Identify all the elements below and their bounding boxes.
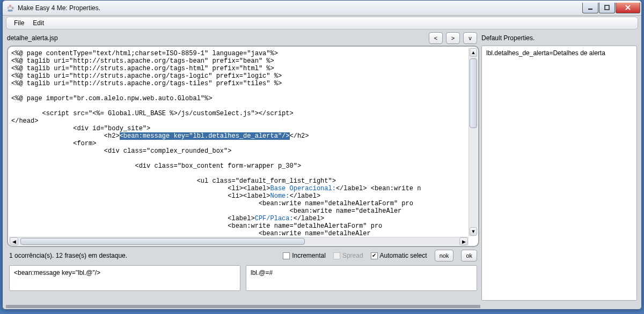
menu-file[interactable]: File [10,18,28,28]
window-title: Make Easy 4 Me: Properties. [18,4,100,12]
nav-dropdown-button[interactable]: v [463,32,477,44]
properties-panel[interactable]: lbl.detalhes_de_alerta=Detalhes de alert… [481,46,637,301]
file-header: detalhe_alerta.jsp < > v [7,31,479,46]
scroll-up-icon[interactable]: ▲ [470,48,477,57]
file-name-label: detalhe_alerta.jsp [7,34,58,42]
automatic-select-checkbox[interactable]: ✔ Automatic select [371,252,427,259]
incremental-checkbox[interactable]: Incremental [283,252,326,259]
ok-button[interactable]: ok [461,250,477,261]
highlighted-tag[interactable]: <bean:message key="lbl.detalhes_de_alert… [120,132,290,140]
code-viewer: <%@ page contentType="text/html;charset=… [7,46,479,247]
java-cup-icon [6,4,14,12]
v-scroll-thumb[interactable] [470,58,477,128]
status-text: 1 ocorrência(s). 12 frase(s) em destaque… [9,252,127,259]
checkbox-icon[interactable]: ✔ [371,252,378,259]
app-window: Make Easy 4 Me: Properties. File Edit de… [2,0,642,310]
titlebar[interactable]: Make Easy 4 Me: Properties. [3,1,641,16]
pattern-input[interactable]: <bean:message key="lbl.@"/> [9,265,240,291]
property-line: lbl.detalhes_de_alerta=Detalhes de alert… [486,49,605,57]
svg-point-0 [8,10,13,11]
menubar: File Edit [6,17,638,29]
nav-forward-button[interactable]: > [446,32,460,44]
vertical-scrollbar[interactable]: ▲ ▼ [469,48,478,236]
menu-edit[interactable]: Edit [28,18,48,28]
nok-button[interactable]: nok [435,250,454,261]
svg-rect-1 [588,9,592,10]
svg-rect-2 [605,5,609,10]
footer-shadow [6,305,480,308]
scroll-down-icon[interactable]: ▼ [470,227,477,236]
checkbox-icon [333,252,340,259]
scroll-left-icon[interactable]: ◀ [10,237,18,245]
h-scroll-thumb[interactable] [20,238,305,245]
scroll-right-icon[interactable]: ▶ [459,237,468,245]
replacement-input[interactable]: lbl.@=# [246,265,477,291]
maximize-button[interactable] [599,3,615,13]
window-controls [582,3,640,13]
minimize-button[interactable] [582,3,598,13]
close-button[interactable] [616,3,640,13]
spread-checkbox: Spread [333,252,363,259]
nav-back-button[interactable]: < [429,32,443,44]
horizontal-scrollbar[interactable]: ◀ ▶ [9,237,469,245]
right-panel-title: Default Properties. [481,31,637,46]
checkbox-icon[interactable] [283,252,290,259]
options-bar: 1 ocorrência(s). 12 frase(s) em destaque… [7,247,479,264]
code-text[interactable]: <%@ page contentType="text/html;charset=… [8,47,478,236]
